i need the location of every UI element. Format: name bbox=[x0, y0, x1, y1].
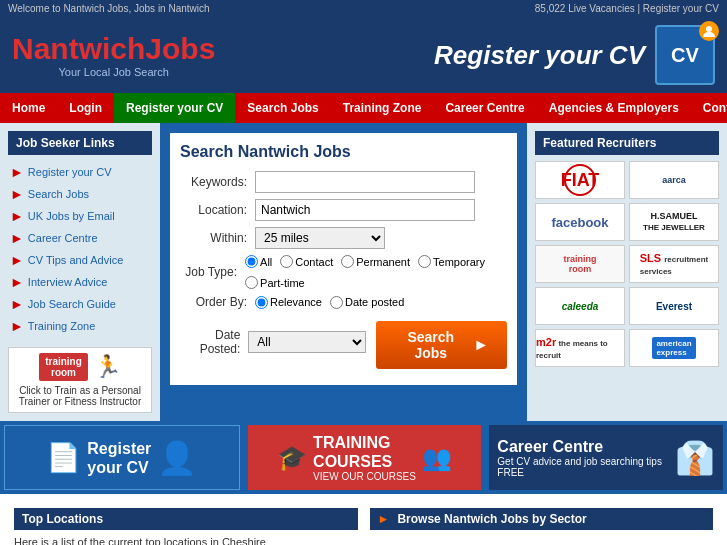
nav-career-centre[interactable]: Career Centre bbox=[433, 93, 536, 123]
sidebar-label: Interview Advice bbox=[28, 276, 107, 288]
sector-title-text: Browse Nantwich Jobs by Sector bbox=[397, 512, 586, 526]
recruiter-everest[interactable]: Everest bbox=[629, 287, 719, 325]
orderby-relevance[interactable]: Relevance bbox=[255, 296, 322, 309]
sidebar-item-search[interactable]: ► Search Jobs bbox=[8, 183, 152, 205]
promo-training-big: TRAININGCOURSES bbox=[313, 433, 416, 471]
orderby-date[interactable]: Date posted bbox=[330, 296, 404, 309]
search-button[interactable]: Search Jobs ► bbox=[376, 321, 507, 369]
promo-register-icon: 📄 bbox=[46, 441, 81, 474]
sidebar-item-ukjobs[interactable]: ► UK Jobs by Email bbox=[8, 205, 152, 227]
locations-panel: Top Locations Here is a list of the curr… bbox=[8, 502, 364, 545]
arrow-icon: ► bbox=[10, 318, 24, 334]
logo-nantwich: Nantwich bbox=[12, 32, 145, 65]
sidebar-item-interview[interactable]: ► Interview Advice bbox=[8, 271, 152, 293]
recruiter-trainingroom[interactable]: trainingroom bbox=[535, 245, 625, 283]
recruiter-hsamuel[interactable]: H.SAMUELTHE JEWELLER bbox=[629, 203, 719, 241]
keywords-input[interactable] bbox=[255, 171, 475, 193]
recruiter-amex[interactable]: americanexpress bbox=[629, 329, 719, 367]
recruiter-facebook[interactable]: facebook bbox=[535, 203, 625, 241]
nav-training-zone[interactable]: Training Zone bbox=[331, 93, 434, 123]
dateposted-select[interactable]: All Today Last 3 days Last week bbox=[248, 331, 366, 353]
promo-register[interactable]: 📄 Registeryour CV 👤 bbox=[4, 425, 240, 490]
sidebar-promo[interactable]: trainingroom 🏃 Click to Train as a Perso… bbox=[8, 347, 152, 413]
cv-badge bbox=[699, 21, 719, 41]
jobtype-contact[interactable]: Contact bbox=[280, 255, 333, 268]
nav-contact[interactable]: Contact Us bbox=[691, 93, 727, 123]
register-cv-text: Register your CV bbox=[434, 40, 645, 71]
logo-jobs: Jobs bbox=[145, 32, 215, 65]
promo-register-person: 👤 bbox=[157, 439, 197, 477]
sidebar-label: UK Jobs by Email bbox=[28, 210, 115, 222]
keywords-label: Keywords: bbox=[180, 175, 255, 189]
recruiter-caleeda[interactable]: caleeda bbox=[535, 287, 625, 325]
jobtype-all[interactable]: All bbox=[245, 255, 272, 268]
caleeda-logo: caleeda bbox=[562, 301, 599, 312]
jobtype-radios: All Contact Permanent Temporary Part-tim… bbox=[245, 255, 507, 289]
nav-login[interactable]: Login bbox=[57, 93, 114, 123]
jobtype-temporary[interactable]: Temporary bbox=[418, 255, 485, 268]
orderby-radios: Relevance Date posted bbox=[255, 296, 404, 309]
arrow-icon: ► bbox=[10, 274, 24, 290]
sidebar-item-register[interactable]: ► Register your CV bbox=[8, 161, 152, 183]
location-input[interactable] bbox=[255, 199, 475, 221]
arrow-icon: ► bbox=[10, 208, 24, 224]
promo-training-people: 👥 bbox=[422, 444, 452, 472]
search-button-label: Search Jobs bbox=[394, 329, 467, 361]
recruiter-aarca[interactable]: aarca bbox=[629, 161, 719, 199]
promo-career[interactable]: Career Centre Get CV advice and job sear… bbox=[489, 425, 723, 490]
jobtype-label: Job Type: bbox=[180, 265, 245, 279]
nav-search-jobs[interactable]: Search Jobs bbox=[235, 93, 330, 123]
facebook-logo: facebook bbox=[551, 215, 608, 230]
recruiter-grid: FIAT aarca facebook H.SAMUELTHE JEWELLER… bbox=[535, 161, 719, 367]
within-row: Within: 25 miles 5 miles 10 miles 50 mil… bbox=[180, 227, 507, 249]
sidebar-item-career[interactable]: ► Career Centre bbox=[8, 227, 152, 249]
location-label: Location: bbox=[180, 203, 255, 217]
sidebar: Job Seeker Links ► Register your CV ► Se… bbox=[0, 123, 160, 421]
sidebar-label: Search Jobs bbox=[28, 188, 89, 200]
arrow-icon: ► bbox=[10, 230, 24, 246]
search-form-inner: Search Nantwich Jobs Keywords: Location:… bbox=[170, 133, 517, 385]
sidebar-item-training[interactable]: ► Training Zone bbox=[8, 315, 152, 337]
m2r-logo: m2r the means to recruit bbox=[536, 336, 624, 360]
nav-register-cv[interactable]: Register your CV bbox=[114, 93, 235, 123]
logo: NantwichJobs Your Local Job Search bbox=[12, 32, 215, 78]
within-select[interactable]: 25 miles 5 miles 10 miles 50 miles bbox=[255, 227, 385, 249]
sidebar-title: Job Seeker Links bbox=[8, 131, 152, 155]
keywords-row: Keywords: bbox=[180, 171, 507, 193]
promo-register-text: Registeryour CV bbox=[87, 439, 151, 477]
aarca-logo: aarca bbox=[662, 175, 686, 185]
sidebar-label: Training Zone bbox=[28, 320, 95, 332]
recruiter-fiat[interactable]: FIAT bbox=[535, 161, 625, 199]
sidebar-label: Register your CV bbox=[28, 166, 112, 178]
bottom-section: Top Locations Here is a list of the curr… bbox=[0, 494, 727, 545]
promo-career-big: Career Centre bbox=[497, 437, 669, 456]
sidebar-item-guide[interactable]: ► Job Search Guide bbox=[8, 293, 152, 315]
training-logo: trainingroom bbox=[39, 353, 88, 381]
sls-logo: SLS recruitmentservices bbox=[640, 252, 708, 276]
nav-agencies[interactable]: Agencies & Employers bbox=[537, 93, 691, 123]
register-cv-banner[interactable]: Register your CV CV bbox=[434, 25, 715, 85]
nav-home[interactable]: Home bbox=[0, 93, 57, 123]
location-row: Location: bbox=[180, 199, 507, 221]
jobtype-permanent[interactable]: Permanent bbox=[341, 255, 410, 268]
recruiter-m2r[interactable]: m2r the means to recruit bbox=[535, 329, 625, 367]
sector-arrow-icon: ► bbox=[378, 512, 390, 526]
jobtype-parttime[interactable]: Part-time bbox=[245, 276, 305, 289]
main-nav: Home Login Register your CV Search Jobs … bbox=[0, 93, 727, 123]
promo-training-text: TRAININGCOURSES VIEW OUR COURSES bbox=[313, 433, 416, 482]
sidebar-label: CV Tips and Advice bbox=[28, 254, 123, 266]
arrow-icon: ► bbox=[10, 252, 24, 268]
sector-title: ► Browse Nantwich Jobs by Sector bbox=[370, 508, 714, 530]
locations-subtitle: Here is a list of the current top locati… bbox=[14, 536, 358, 545]
promo-training[interactable]: 🎓 TRAININGCOURSES VIEW OUR COURSES 👥 bbox=[248, 425, 482, 490]
arrow-icon: ► bbox=[10, 296, 24, 312]
promo-training-small: VIEW OUR COURSES bbox=[313, 471, 416, 482]
dateposted-label: Date Posted: bbox=[180, 328, 248, 356]
promo-career-person: 👔 bbox=[675, 439, 715, 477]
header: NantwichJobs Your Local Job Search Regis… bbox=[0, 17, 727, 93]
sidebar-item-cvtips[interactable]: ► CV Tips and Advice bbox=[8, 249, 152, 271]
promo-training-icon: 🎓 bbox=[277, 444, 307, 472]
sidebar-promo-text: Click to Train as a Personal Trainer or … bbox=[14, 385, 146, 407]
logo-text: NantwichJobs bbox=[12, 32, 215, 66]
recruiter-sls[interactable]: SLS recruitmentservices bbox=[629, 245, 719, 283]
